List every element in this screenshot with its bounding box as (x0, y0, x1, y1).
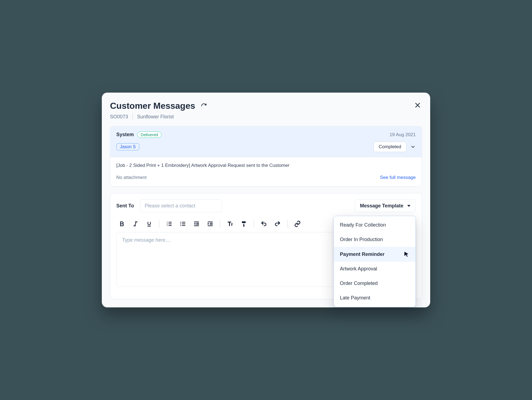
template-option-label: Payment Reminder (340, 252, 384, 257)
outdent-icon (193, 221, 200, 227)
sent-to-label: Sent To (116, 203, 134, 209)
format-paint-button[interactable] (238, 218, 249, 229)
compose-card: Sent To Message Template 123 (110, 193, 422, 299)
customer-messages-modal: Customer Messages SO0073 Sunflower Flori… (102, 93, 430, 307)
svg-marker-27 (208, 223, 209, 225)
bold-icon (119, 221, 125, 227)
template-option-order-completed[interactable]: Order Completed (334, 276, 415, 291)
italic-icon (132, 221, 138, 227)
font-size-icon (227, 221, 233, 227)
svg-text:3: 3 (167, 224, 168, 226)
template-option-ready-for-collection[interactable]: Ready For Collection (334, 218, 415, 232)
unordered-list-icon (180, 221, 186, 227)
template-option-label: Late Payment (340, 295, 370, 301)
message-date: 19 Aug 2021 (390, 132, 416, 138)
toolbar-separator (287, 220, 288, 228)
message-header-row1: System Delivered 19 Aug 2021 (116, 132, 416, 138)
template-option-order-in-production[interactable]: Order In Production (334, 232, 415, 247)
undo-button[interactable] (258, 218, 269, 229)
toolbar-separator (220, 220, 220, 228)
compose-header: Sent To Message Template (116, 199, 416, 212)
message-state-group: Completed (374, 142, 416, 152)
toolbar-separator (254, 220, 254, 228)
template-option-artwork-approval[interactable]: Artwork Approval (334, 262, 415, 276)
modal-header: Customer Messages SO0073 Sunflower Flori… (110, 101, 422, 120)
redo-icon (274, 221, 281, 227)
message-footer: No attachment See full message (116, 175, 416, 180)
template-option-late-payment[interactable]: Late Payment (334, 291, 415, 305)
template-option-label: Ready For Collection (340, 222, 386, 228)
modal-subheader: SO0073 Sunflower Florist (110, 114, 208, 120)
link-icon (294, 221, 301, 227)
attachment-text: No attachment (116, 175, 147, 180)
message-card: System Delivered 19 Aug 2021 Jason S Com… (110, 126, 422, 187)
indent-icon (207, 221, 213, 227)
refresh-button[interactable] (200, 102, 208, 110)
close-icon (414, 102, 421, 108)
template-option-label: Artwork Approval (340, 266, 377, 272)
bold-button[interactable] (116, 218, 127, 229)
sent-to-group: Sent To (116, 199, 222, 212)
svg-line-4 (135, 222, 136, 226)
close-button[interactable] (413, 101, 422, 110)
indent-button[interactable] (205, 218, 216, 229)
italic-button[interactable] (130, 218, 141, 229)
link-button[interactable] (292, 218, 303, 229)
see-full-message-link[interactable]: See full message (380, 175, 416, 180)
cursor-icon (403, 251, 409, 257)
svg-point-15 (180, 222, 181, 222)
message-template-button[interactable]: Message Template (355, 199, 416, 212)
toolbar-separator (159, 220, 159, 228)
ordered-list-icon: 123 (166, 221, 172, 227)
outdent-button[interactable] (191, 218, 202, 229)
delivered-badge: Delivered (137, 132, 161, 138)
redo-button[interactable] (272, 218, 283, 229)
message-template-label: Message Template (360, 203, 403, 209)
svg-point-16 (180, 223, 181, 224)
title-row: Customer Messages (110, 101, 208, 111)
refresh-icon (201, 103, 207, 109)
recipient-tag[interactable]: Jason S (116, 143, 139, 150)
message-state-button[interactable]: Completed (374, 142, 406, 152)
modal-title: Customer Messages (110, 101, 195, 111)
contact-select-input[interactable] (140, 199, 222, 212)
modal-header-left: Customer Messages SO0073 Sunflower Flori… (110, 101, 208, 120)
message-body: [Job - 2 Sided Print + 1 Embroidery] Art… (110, 157, 422, 186)
template-option-label: Order Completed (340, 281, 378, 286)
template-dropdown: Ready For Collection Order In Production… (334, 216, 416, 307)
font-size-button[interactable] (225, 218, 236, 229)
message-sender: System (116, 132, 134, 138)
message-header: System Delivered 19 Aug 2021 Jason S Com… (110, 127, 422, 157)
template-option-label: Order In Production (340, 237, 383, 242)
customer-name: Sunflower Florist (137, 114, 174, 120)
order-id: SO0073 (110, 114, 128, 120)
message-header-row2: Jason S Completed (116, 142, 416, 152)
undo-icon (261, 221, 267, 227)
svg-marker-22 (194, 223, 195, 225)
svg-point-17 (180, 225, 181, 226)
underline-icon (146, 221, 152, 227)
template-option-payment-reminder[interactable]: Payment Reminder (334, 247, 415, 262)
format-paint-icon (241, 221, 247, 227)
ordered-list-button[interactable]: 123 (164, 218, 175, 229)
expand-message-button[interactable] (410, 144, 416, 150)
message-text: [Job - 2 Sided Print + 1 Embroidery] Art… (116, 163, 416, 168)
message-sender-group: System Delivered (116, 132, 161, 138)
chevron-down-icon (410, 144, 416, 150)
underline-button[interactable] (144, 218, 155, 229)
divider (132, 114, 133, 120)
caret-down-icon (407, 205, 410, 207)
unordered-list-button[interactable] (177, 218, 188, 229)
